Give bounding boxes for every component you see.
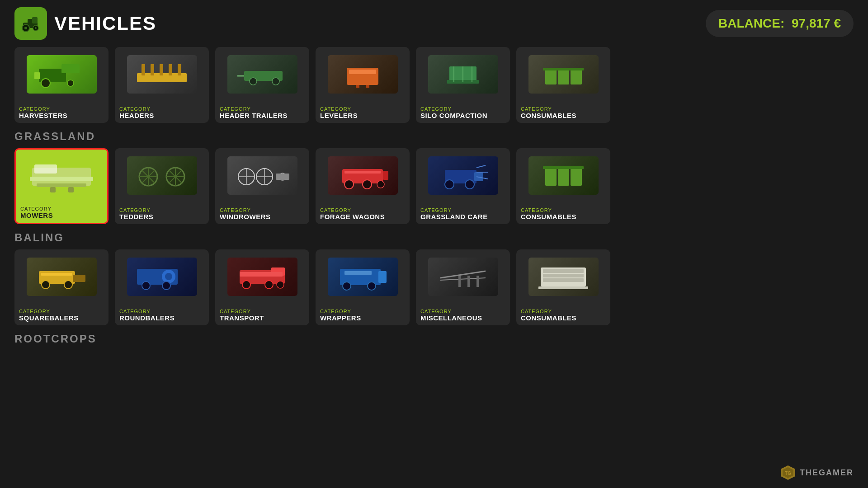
card-label-header-trailers: CATEGORY HEADER TRAILERS (215, 103, 309, 123)
card-image-tedders (115, 148, 209, 202)
category-card-tedders[interactable]: CATEGORY TEDDERS (115, 148, 209, 224)
card-image-consumables-top (516, 47, 610, 101)
svg-point-68 (465, 180, 474, 189)
card-image-levelers (316, 47, 410, 101)
svg-rect-17 (178, 64, 181, 75)
category-card-grassland-care[interactable]: CATEGORY GRASSLAND CARE (416, 148, 510, 224)
balance-display: BALANCE: 97,817 € (706, 10, 854, 37)
category-card-transport[interactable]: CATEGORY TRANSPORT (215, 249, 309, 325)
svg-rect-24 (356, 85, 359, 88)
card-label-roundbalers: CATEGORY ROUNDBALERS (115, 306, 209, 325)
svg-rect-11 (34, 72, 40, 79)
svg-rect-106 (538, 286, 588, 289)
svg-rect-103 (543, 269, 584, 273)
svg-point-95 (343, 282, 351, 290)
card-label-silo-compaction: CATEGORY SILO COMPACTION (416, 103, 510, 123)
category-card-mowers[interactable]: CATEGORY MOWERS (14, 148, 108, 224)
svg-point-62 (363, 180, 372, 189)
grassland-section: GRASSLAND CATEGORY MOWERS (0, 130, 868, 224)
svg-rect-94 (344, 271, 372, 275)
card-label-miscellaneous: CATEGORY MISCELLANEOUS (416, 306, 510, 325)
card-label-tedders: CATEGORY TEDDERS (115, 205, 209, 224)
svg-rect-99 (458, 276, 461, 287)
card-label-consumables-top: CATEGORY CONSUMABLES (516, 103, 610, 123)
svg-point-67 (445, 180, 454, 189)
svg-rect-23 (349, 70, 376, 74)
card-label-windrowers: CATEGORY WINDROWERS (215, 205, 309, 224)
svg-rect-58 (276, 174, 289, 180)
category-card-levelers[interactable]: CATEGORY LEVELERS (316, 47, 410, 123)
baling-category-grid: CATEGORY SQUAREBALERS CATEGORY R (14, 249, 854, 325)
svg-rect-31 (545, 69, 557, 84)
svg-rect-88 (240, 272, 283, 277)
svg-rect-93 (378, 271, 387, 283)
category-card-wrappers[interactable]: CATEGORY WRAPPERS (316, 249, 410, 325)
svg-rect-101 (476, 276, 479, 287)
vehicles-icon (14, 7, 47, 40)
card-image-consumables-grassland (516, 148, 610, 202)
svg-rect-13 (142, 64, 145, 75)
header-left: VEHICLES (14, 7, 156, 40)
svg-rect-100 (467, 276, 470, 287)
svg-rect-37 (37, 183, 86, 187)
card-image-harvesters (14, 47, 108, 101)
category-card-consumables-grassland[interactable]: CATEGORY CONSUMABLES (516, 148, 610, 224)
svg-point-20 (250, 78, 257, 85)
card-label-consumables-baling: CATEGORY CONSUMABLES (516, 306, 610, 325)
card-label-consumables-grassland: CATEGORY CONSUMABLES (516, 205, 610, 224)
card-image-forage-wagons (316, 148, 410, 202)
card-label-wrappers: CATEGORY WRAPPERS (316, 306, 410, 325)
card-label-levelers: CATEGORY LEVELERS (316, 103, 410, 123)
svg-point-78 (42, 281, 50, 289)
category-card-header-trailers[interactable]: CATEGORY HEADER TRAILERS (215, 47, 309, 123)
card-image-miscellaneous (416, 249, 510, 304)
svg-point-90 (265, 281, 273, 289)
top-categories-section: CATEGORY HARVESTERS CATEGOR (0, 47, 868, 123)
category-card-squarebalers[interactable]: CATEGORY SQUAREBALERS (14, 249, 108, 325)
category-card-headers[interactable]: CATEGORY HEADERS (115, 47, 209, 123)
svg-point-84 (142, 282, 150, 290)
svg-rect-25 (366, 85, 369, 88)
category-card-harvesters[interactable]: CATEGORY HARVESTERS (14, 47, 108, 123)
category-card-forage-wagons[interactable]: CATEGORY FORAGE WAGONS (316, 148, 410, 224)
svg-point-9 (41, 79, 50, 88)
svg-rect-105 (543, 278, 584, 282)
svg-rect-16 (169, 64, 172, 75)
category-card-consumables-baling[interactable]: CATEGORY CONSUMABLES (516, 249, 610, 325)
thegamer-logo: TG THEGAMER (780, 465, 854, 481)
header: VEHICLES BALANCE: 97,817 € (0, 0, 868, 47)
category-card-windrowers[interactable]: CATEGORY WINDROWERS (215, 148, 309, 224)
category-card-silo-compaction[interactable]: CATEGORY SILO COMPACTION (416, 47, 510, 123)
card-image-silo-compaction (416, 47, 510, 101)
svg-rect-77 (73, 275, 85, 282)
category-card-consumables-top[interactable]: CATEGORY CONSUMABLES (516, 47, 610, 123)
svg-point-85 (162, 282, 170, 290)
svg-point-63 (377, 181, 384, 188)
svg-rect-34 (543, 68, 584, 70)
grassland-category-grid: CATEGORY MOWERS (14, 148, 854, 224)
svg-rect-73 (558, 168, 569, 186)
svg-rect-33 (571, 69, 582, 84)
card-label-harvesters: CATEGORY HARVESTERS (14, 103, 108, 123)
svg-line-69 (476, 165, 486, 168)
svg-point-91 (277, 281, 284, 288)
svg-rect-15 (160, 64, 163, 75)
card-image-grassland-care (416, 148, 510, 202)
svg-text:TG: TG (785, 471, 791, 476)
svg-point-83 (165, 273, 172, 280)
card-label-headers: CATEGORY HEADERS (115, 103, 209, 123)
svg-rect-8 (61, 64, 80, 73)
baling-section: BALING CATEGORY SQUAREBALERS (0, 231, 868, 325)
svg-point-5 (24, 27, 27, 29)
category-card-roundbalers[interactable]: CATEGORY ROUNDBALERS (115, 249, 209, 325)
rootcrops-label: ROOTCROPS (14, 333, 854, 345)
card-image-transport (215, 249, 309, 304)
svg-rect-74 (571, 168, 582, 186)
card-image-squarebalers (14, 249, 108, 304)
svg-rect-2 (32, 17, 38, 23)
card-label-forage-wagons: CATEGORY FORAGE WAGONS (316, 205, 410, 224)
svg-rect-40 (68, 187, 74, 192)
category-card-miscellaneous[interactable]: CATEGORY MISCELLANEOUS (416, 249, 510, 325)
card-image-consumables-baling (516, 249, 610, 304)
svg-point-10 (67, 80, 74, 86)
